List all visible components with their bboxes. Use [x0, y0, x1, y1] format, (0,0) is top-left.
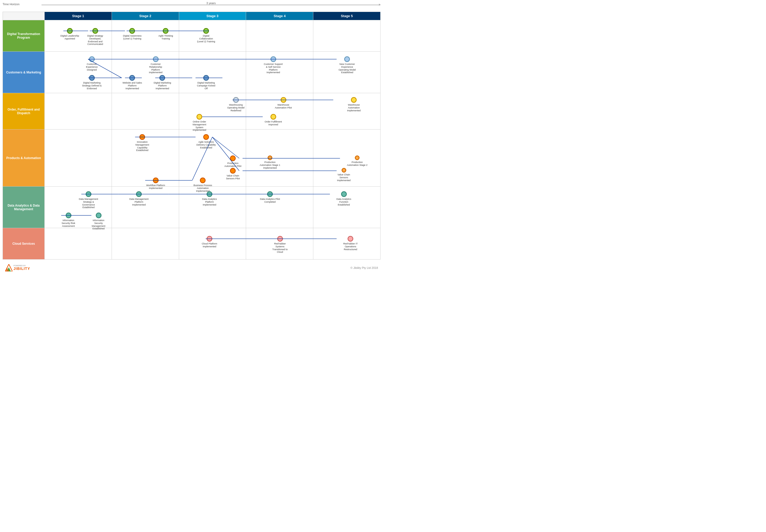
circle-order-improved — [270, 114, 276, 120]
row-content-products: Innovation Management Capability Establi… — [44, 129, 380, 186]
label-data-function: Data Analytics Function Established — [334, 198, 354, 206]
node-cx-designed: Customer Experience Designed — [82, 56, 102, 71]
circle-warehouse-model — [233, 97, 239, 103]
circle-dm-strategy — [89, 75, 95, 81]
node-warehouse-model: Warehousing Operating Model Redefined — [226, 97, 246, 112]
circle-oms — [196, 114, 202, 120]
stage-col-2-products: Innovation Management Capability Establi… — [112, 129, 179, 186]
jibility-brand-text: JIBILITY — [13, 267, 30, 271]
node-crm: Customer Relationship Platform Implement… — [145, 56, 166, 74]
footer: POWERED BY JIBILITY © Jibility Pty Ltd 2… — [0, 262, 383, 274]
node-prod-auto-s2: Production Automation Stage 2 — [347, 155, 368, 167]
stage-col-2-digital: Digital Awareness (Level 1) Training Agi… — [112, 20, 179, 51]
stage-col-1-digital: Digital Leadership Appointed Digital Str… — [44, 20, 112, 51]
node-vcs-pilot: Value Chain Sensors Pilot — [222, 168, 243, 180]
label-warehouse-impl: Warehouse Automation Implemented — [343, 104, 364, 112]
row-label-data: Data Analytics & Data Management — [3, 187, 44, 228]
powered-by: POWERED BY JIBILITY — [5, 264, 30, 271]
stage-col-3-products: Agile Solutions Delivery Capability Esta… — [179, 129, 246, 186]
stage-col-4-order: Warehouse Automation Pilot Order Fulfill… — [246, 93, 313, 129]
label-crm: Customer Relationship Platform Implement… — [145, 63, 166, 74]
row-customers: Customers & Marketing Customer Experienc… — [3, 52, 380, 93]
node-prod-auto-pilot: Production Automation Pilot — [222, 155, 243, 168]
node-digital-strategy: Digital Strategy Developed, Endorsed and… — [85, 28, 106, 46]
stage-col-4-cloud: RedYabber Systems Transitioned to Cloud — [246, 228, 313, 259]
stage-col-3-order: Warehousing Operating Model Redefined On… — [179, 93, 246, 129]
row-digital-transformation: Digital Transformation Program Digital L… — [3, 20, 380, 52]
header: Time Horizon 3 years — [0, 0, 383, 12]
label-dm-campaign: Digital Marketing Campaign Kicked Off — [196, 81, 216, 90]
label-vcs-pilot: Value Chain Sensors Pilot — [222, 174, 243, 180]
years-label: 3 years — [206, 2, 216, 5]
stage-col-5-data: Data Analytics Function Established — [313, 187, 380, 228]
circle-digital-awareness — [129, 28, 135, 34]
row-content-customers: Customer Experience Designed Digital Mar… — [44, 52, 380, 93]
stage-col-1-customers: Customer Experience Designed Digital Mar… — [44, 52, 112, 93]
circle-cx-designed — [89, 56, 95, 62]
node-redyabber-ops: RedYabber IT Operations Restructured — [340, 236, 361, 251]
node-website-sales: Website and Sales Platform Implemented — [122, 75, 143, 90]
label-infosec-risk: Information Security Risk Assessment — [58, 219, 79, 227]
circle-cloud-platform — [207, 236, 212, 242]
label-agile-solutions: Agile Solutions Delivery Capability Esta… — [196, 141, 216, 149]
circle-infosec-risk — [66, 213, 71, 218]
label-digital-collab: Digital Collaboration (Level 2) Training — [196, 35, 216, 43]
node-prod-auto-s1: Production Automation Stage 1 Implemente… — [260, 155, 280, 169]
node-order-improved: Order Fulfillment Improved — [263, 114, 284, 126]
circle-vcs-pilot — [230, 168, 236, 174]
label-prod-auto-s1: Production Automation Stage 1 Implemente… — [260, 161, 280, 169]
row-label-customers: Customers & Marketing — [3, 52, 44, 93]
node-data-function: Data Analytics Function Established — [334, 191, 354, 206]
circle-dm-platform — [159, 75, 165, 81]
stage-4-header: Stage 4 — [246, 12, 313, 20]
circle-data-mgmt-platform — [136, 191, 142, 197]
circle-bpa — [200, 178, 206, 183]
label-new-cx-model: New Customer Experience Operating Model … — [337, 63, 357, 74]
stage-col-1-products — [44, 129, 112, 186]
label-redyabber-cloud: RedYabber Systems Transitioned to Cloud — [270, 242, 290, 254]
time-horizon-label: Time Horizon — [3, 3, 19, 6]
node-agile-thinking: Agile Thinking Training — [155, 28, 176, 40]
label-warehouse-model: Warehousing Operating Model Redefined — [226, 104, 246, 112]
stage-col-2-data: Data Management Platform Implemented — [112, 187, 179, 228]
circle-prod-auto-s1 — [268, 155, 272, 160]
circle-digital-strategy — [92, 28, 98, 34]
stage-col-4-digital — [246, 20, 313, 51]
node-agile-solutions: Agile Solutions Delivery Capability Esta… — [196, 134, 216, 149]
main-container: Time Horizon 3 years Stage 1 Stage 2 Sta… — [0, 0, 383, 274]
stage-col-5-cloud: RedYabber IT Operations Restructured — [313, 228, 380, 259]
stage-3-header: Stage 3 — [179, 12, 246, 20]
node-digital-collab: Digital Collaboration (Level 2) Training — [196, 28, 216, 43]
label-agile-thinking: Agile Thinking Training — [155, 35, 176, 40]
row-label-order: Order, Fulfillment and Dispatch — [3, 93, 44, 129]
node-dm-campaign: Digital Marketing Campaign Kicked Off — [196, 75, 216, 90]
circle-data-analytics-pilot — [267, 191, 273, 197]
label-innovation-mgmt: Innovation Management Capability Establi… — [132, 141, 153, 152]
row-label-cloud: Cloud Services — [3, 228, 44, 259]
label-cloud-platform: Cloud Platform Implemented — [199, 242, 220, 248]
label-order-improved: Order Fulfillment Improved — [263, 120, 284, 126]
circle-innovation-mgmt — [139, 134, 145, 140]
row-label-digital: Digital Transformation Program — [3, 20, 44, 51]
label-digital-strategy: Digital Strategy Developed, Endorsed and… — [85, 35, 106, 46]
stage-header-row: Stage 1 Stage 2 Stage 3 Stage 4 Stage 5 — [3, 12, 380, 20]
stage-col-3-customers: Digital Marketing Campaign Kicked Off — [179, 52, 246, 93]
circle-new-cx-model — [344, 56, 350, 62]
circle-data-mgmt-strategy — [86, 191, 91, 197]
node-warehouse-impl: Warehouse Automation Implemented — [343, 97, 364, 112]
stage-col-1-order — [44, 93, 112, 129]
node-dm-platform: Digital Marketing Platform Implemented — [152, 75, 173, 90]
time-bar-container: 3 years — [42, 5, 381, 5]
circle-data-analytics-platform — [207, 191, 212, 197]
stage-col-1-data: Data Management Strategy & Governance Es… — [44, 187, 112, 228]
circle-agile-thinking — [163, 28, 168, 34]
row-content-cloud: Cloud Platform Implemented RedYabber Sys… — [44, 228, 380, 259]
node-data-mgmt-platform: Data Management Platform Implemented — [128, 191, 149, 206]
label-digital-leadership: Digital Leadership Appointed — [59, 35, 80, 40]
row-label-products: Products & Automation — [3, 129, 44, 186]
row-content-data: Data Management Strategy & Governance Es… — [44, 187, 380, 228]
circle-data-function — [341, 191, 347, 197]
stage-1-header: Stage 1 — [44, 12, 112, 20]
label-data-mgmt-strategy: Data Management Strategy & Governance Es… — [78, 198, 99, 209]
label-dm-strategy: Digital Marketing Strategy Defined & End… — [82, 81, 102, 90]
